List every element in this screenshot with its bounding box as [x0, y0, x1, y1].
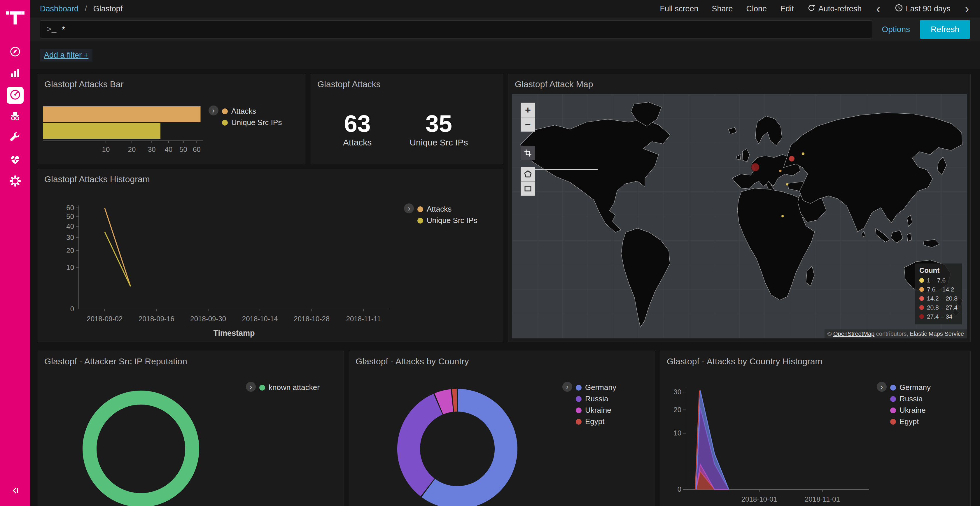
- panel-attack-map: Glastopf Attack Map: [508, 74, 970, 342]
- fit-data-bounds-button[interactable]: [520, 146, 535, 160]
- panel-title: Glastopf Attacks Histogram: [38, 169, 503, 189]
- dashboard-grid: Glastopf Attacks Bar 102030405060 ›Attac…: [30, 69, 980, 506]
- legend-item[interactable]: Egypt: [890, 416, 931, 427]
- svg-text:20: 20: [66, 247, 74, 254]
- zoom-out-button[interactable]: −: [520, 117, 535, 132]
- legend-label: Unique Src IPs: [427, 216, 477, 225]
- map-legend-title: Count: [920, 266, 958, 274]
- sidebar-item-settings[interactable]: [0, 171, 30, 192]
- clone-button[interactable]: Clone: [746, 5, 767, 13]
- sidebar-item-visualize[interactable]: [0, 63, 30, 84]
- time-range-picker[interactable]: Last 90 days: [895, 4, 951, 14]
- share-button[interactable]: Share: [712, 5, 733, 13]
- sidebar-item-spy[interactable]: [0, 106, 30, 128]
- legend-label: Russia: [899, 394, 923, 403]
- zoom-in-button[interactable]: +: [520, 103, 535, 117]
- time-forward-button[interactable]: ›: [964, 5, 970, 13]
- legend-label: Egypt: [585, 417, 605, 426]
- legend-item[interactable]: Egypt: [576, 416, 616, 427]
- attack-point[interactable]: [802, 152, 804, 155]
- legend-label: Russia: [585, 394, 608, 403]
- breadcrumb: Dashboard / Glastopf: [40, 5, 123, 13]
- world-map[interactable]: + − Count 1 – 7.67.6 – 1: [512, 94, 967, 338]
- svg-text:Timestamp: Timestamp: [213, 329, 255, 338]
- legend-item[interactable]: known attacker: [259, 382, 320, 393]
- sidebar-item-health[interactable]: [0, 149, 30, 171]
- legend-item[interactable]: Ukraine: [576, 404, 616, 416]
- options-link[interactable]: Options: [882, 25, 910, 34]
- openstreetmap-link[interactable]: OpenStreetMap: [833, 330, 874, 337]
- legend-item[interactable]: Germany: [890, 382, 931, 393]
- legend-item[interactable]: Unique Src IPs: [222, 117, 282, 128]
- panel-title: Glastopf - Attacks by Country: [349, 351, 655, 372]
- legend-dot: [890, 385, 896, 390]
- attack-point[interactable]: [781, 215, 784, 217]
- sidebar-item-dashboard[interactable]: [0, 84, 30, 106]
- chart-legend: ›known attacker: [246, 382, 320, 393]
- legend-item[interactable]: Attacks: [417, 203, 477, 215]
- legend-expand-icon[interactable]: ›: [208, 106, 218, 116]
- map-legend-dot: [920, 278, 924, 283]
- legend-expand-icon[interactable]: ›: [404, 203, 414, 213]
- svg-text:60: 60: [66, 204, 74, 212]
- svg-text:2018-10-28: 2018-10-28: [294, 315, 329, 323]
- polygon-icon: [524, 170, 532, 178]
- refresh-button[interactable]: Refresh: [920, 20, 970, 39]
- spy-icon: [8, 109, 22, 124]
- time-range-label: Last 90 days: [906, 5, 951, 13]
- map-legend: Count 1 – 7.67.6 – 14.214.2 – 20.820.8 –…: [915, 263, 962, 324]
- sidebar-collapse-button[interactable]: [0, 481, 30, 502]
- telekom-logo: [6, 8, 25, 28]
- legend-item[interactable]: Ukraine: [890, 404, 931, 416]
- map-legend-label: 14.2 – 20.8: [927, 295, 958, 302]
- legend-label: Egypt: [899, 417, 919, 426]
- time-back-button[interactable]: ‹: [875, 5, 881, 13]
- svg-text:60: 60: [193, 146, 200, 153]
- legend-item[interactable]: Germany: [576, 382, 616, 393]
- legend-expand-icon[interactable]: ›: [246, 382, 256, 392]
- legend-expand-icon[interactable]: ›: [562, 382, 572, 392]
- svg-text:50: 50: [66, 213, 74, 220]
- auto-refresh-button[interactable]: Auto-refresh: [807, 4, 862, 14]
- svg-text:2018-11-11: 2018-11-11: [346, 315, 381, 323]
- legend-label: Germany: [585, 383, 616, 392]
- panel-title: Glastopf - Attacker Src IP Reputation: [38, 351, 344, 372]
- attack-point[interactable]: [779, 170, 782, 172]
- sidebar-item-discover[interactable]: [0, 41, 30, 63]
- compass-icon: [8, 45, 22, 59]
- search-input[interactable]: >_ *: [40, 21, 872, 38]
- draw-polygon-button[interactable]: [520, 167, 535, 181]
- bar-Attacks: [43, 106, 200, 122]
- attribution-copyright: ©: [827, 330, 833, 337]
- panel-title: Glastopf Attack Map: [508, 74, 970, 94]
- legend-item[interactable]: Russia: [576, 393, 616, 404]
- svg-text:2018-10-14: 2018-10-14: [242, 315, 278, 323]
- map-legend-row: 14.2 – 20.8: [920, 294, 958, 303]
- sidebar-item-tools[interactable]: [0, 128, 30, 149]
- attack-point[interactable]: [786, 183, 788, 186]
- line-Attacks: [105, 208, 130, 286]
- map-legend-label: 7.6 – 14.2: [927, 286, 954, 293]
- legend-item[interactable]: Attacks: [222, 106, 282, 117]
- svg-text:50: 50: [180, 146, 187, 153]
- legend-label: Attacks: [231, 107, 256, 116]
- edit-button[interactable]: Edit: [780, 5, 794, 13]
- filter-bar: Add a filter +: [30, 41, 980, 69]
- attacks-histogram-chart: 01020304050602018-09-022018-09-162018-09…: [44, 198, 406, 338]
- draw-rectangle-button[interactable]: [520, 181, 535, 196]
- legend-item[interactable]: Russia: [890, 393, 931, 404]
- attack-point[interactable]: [789, 155, 794, 162]
- add-filter-link[interactable]: Add a filter +: [40, 49, 92, 62]
- clock-icon: [895, 4, 903, 14]
- legend-dot: [890, 419, 896, 425]
- legend-dot: [576, 408, 582, 413]
- slice-Ukraine: [439, 400, 452, 404]
- svg-text:2018-11-01: 2018-11-01: [805, 495, 840, 503]
- legend-dot: [576, 419, 582, 425]
- breadcrumb-dashboard-link[interactable]: Dashboard: [40, 5, 78, 13]
- legend-expand-icon[interactable]: ›: [877, 382, 887, 392]
- full-screen-button[interactable]: Full screen: [660, 5, 698, 13]
- legend-item[interactable]: Unique Src IPs: [417, 215, 477, 226]
- attack-point[interactable]: [751, 163, 759, 171]
- metric-label: Unique Src IPs: [409, 138, 468, 148]
